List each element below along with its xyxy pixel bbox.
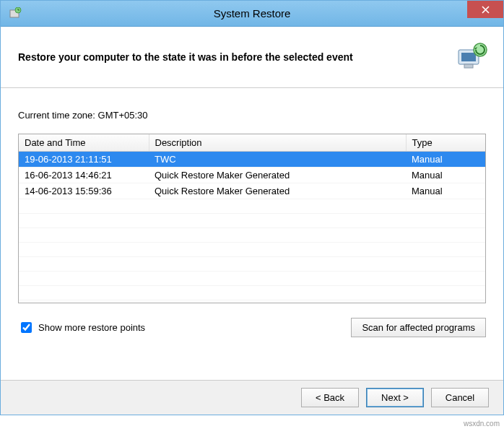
titlebar: System Restore <box>1 1 503 27</box>
table-header-row: Date and Time Description Type <box>19 134 485 152</box>
back-button[interactable]: < Back <box>301 388 359 407</box>
system-restore-window: System Restore Restore your computer to … <box>0 0 504 415</box>
table-cell-desc: Quick Restore Maker Generated <box>149 168 406 183</box>
timezone-label: Current time zone: GMT+05:30 <box>18 110 486 121</box>
restore-header-icon <box>454 40 489 74</box>
scan-affected-button[interactable]: Scan for affected programs <box>351 318 486 337</box>
close-button[interactable] <box>467 1 503 18</box>
show-more-checkbox-wrap[interactable]: Show more restore points <box>18 320 145 335</box>
table-row[interactable]: 16-06-2013 14:46:21Quick Restore Maker G… <box>19 168 485 183</box>
cancel-button[interactable]: Cancel <box>431 388 489 407</box>
show-more-label: Show more restore points <box>38 322 145 333</box>
table-row-empty <box>19 286 485 300</box>
table-row-empty <box>19 228 485 243</box>
app-icon <box>8 6 22 21</box>
close-icon <box>482 6 490 14</box>
table-cell-date: 14-06-2013 15:59:36 <box>19 183 149 199</box>
svg-rect-4 <box>464 64 473 68</box>
col-header-type[interactable]: Type <box>406 134 485 152</box>
table-cell-desc: Quick Restore Maker Generated <box>149 183 406 199</box>
header-heading: Restore your computer to the state it wa… <box>18 51 353 63</box>
table-cell-date: 19-06-2013 21:11:51 <box>19 152 149 168</box>
window-title: System Restore <box>214 7 291 20</box>
table-cell-type: Manual <box>406 168 485 183</box>
table-row-empty <box>19 243 485 257</box>
attribution-text: wsxdn.com <box>464 420 500 428</box>
wizard-footer: < Back Next > Cancel <box>1 380 503 415</box>
table-cell-type: Manual <box>406 152 485 168</box>
content-area: Current time zone: GMT+05:30 APPUALS TEC… <box>1 88 503 346</box>
svg-rect-3 <box>461 53 476 61</box>
show-more-checkbox[interactable] <box>21 322 32 333</box>
restore-points-table[interactable]: APPUALS TECH HOW-TO'S FROM THE EXPERTS D… <box>18 134 486 303</box>
table-row-empty <box>19 257 485 272</box>
table-row[interactable]: 14-06-2013 15:59:36Quick Restore Maker G… <box>19 183 485 199</box>
table-row-empty <box>19 214 485 228</box>
header-panel: Restore your computer to the state it wa… <box>1 27 503 88</box>
table-cell-desc: TWC <box>149 152 406 168</box>
below-table-row: Show more restore points Scan for affect… <box>18 318 486 337</box>
table-row[interactable]: 19-06-2013 21:11:51TWCManual <box>19 152 485 168</box>
col-header-description[interactable]: Description <box>149 134 406 152</box>
table-row-empty <box>19 272 485 286</box>
table-row-empty <box>19 199 485 214</box>
next-button[interactable]: Next > <box>366 388 424 407</box>
col-header-date[interactable]: Date and Time <box>19 134 149 152</box>
table-cell-date: 16-06-2013 14:46:21 <box>19 168 149 183</box>
table-cell-type: Manual <box>406 183 485 199</box>
